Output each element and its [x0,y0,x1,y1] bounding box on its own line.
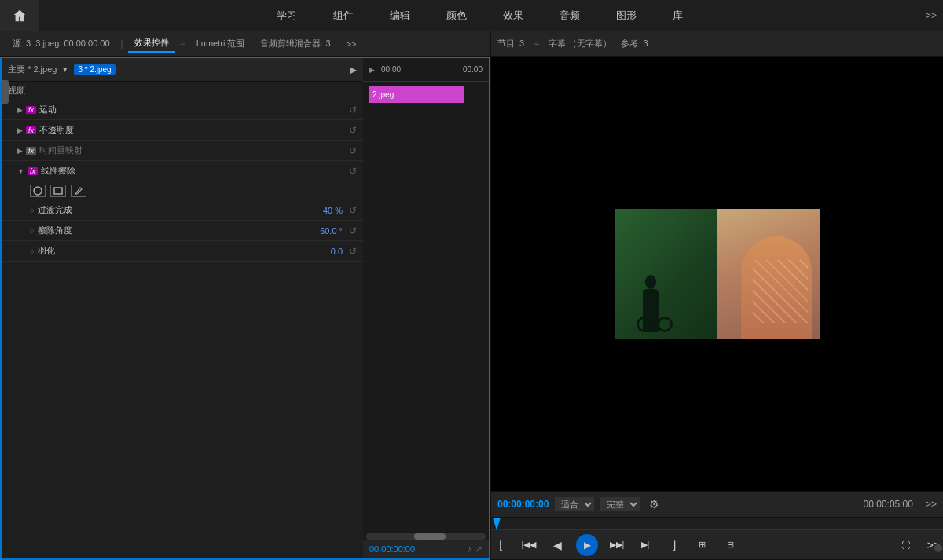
tab-effect-controls[interactable]: 效果控件 [128,35,175,53]
transition-name[interactable]: 过渡完成 [38,204,323,216]
step-back-btn[interactable]: ◀ [548,539,567,551]
transition-value[interactable]: 40 % [323,206,343,215]
opacity-expand[interactable]: ▶ [17,126,23,134]
nav-more[interactable]: >> [919,10,943,21]
feather-name[interactable]: 羽化 [38,245,331,257]
mark-out-btn[interactable]: ⌋ [664,539,683,551]
fit-dropdown[interactable]: 适合 [555,497,594,511]
linewipe-name[interactable]: 线性擦除 [41,165,349,177]
tab-more[interactable]: >> [340,37,363,51]
preview-controls: 00:00:00:00 适合 完整 ⚙ 00:00:05:00 >> [491,491,943,518]
left-panel: 源: 3: 3.jpeg: 00:00:00:00 | 效果控件 ≡ Lumet… [0,31,491,560]
pen-shape-btn[interactable] [71,185,86,197]
preview-time-end: 00:00:05:00 [864,499,913,510]
quality-dropdown[interactable]: 完整 [600,497,640,511]
linewipe-reset[interactable]: ↺ [349,166,357,177]
tab-program[interactable]: 节目: 3 [497,38,524,49]
nav-edit[interactable]: 编辑 [383,5,416,26]
preview-tabs: 节目: 3 ≡ 字幕:（无字幕） 参考: 3 [491,31,943,57]
linewipe-fx-badge: fx [28,167,38,175]
step-fwd-btn[interactable]: ▶▶| [607,540,626,550]
video-section-label: 视频 [2,82,363,100]
nav-color[interactable]: 颜色 [440,5,473,26]
effect-timeline-footer: 00:00:00:00 ♪ ↗ [363,540,489,558]
wipe-angle-reset[interactable]: ↺ [349,225,357,236]
export-preview-icon[interactable]: >> [926,499,937,510]
preview-menu-icon[interactable]: ≡ [534,38,539,49]
nav-learn[interactable]: 学习 [270,5,303,26]
home-button[interactable] [0,0,39,31]
effect-arrow[interactable]: ▾ [63,64,68,75]
motion-row: ▶ fx 运动 ↺ [2,100,363,120]
svg-point-0 [34,187,42,195]
timemap-expand[interactable]: ▶ [17,147,23,155]
feather-circle: ○ [30,247,38,255]
timemap-reset[interactable]: ↺ [349,145,357,156]
preview-scrubber[interactable] [491,518,943,530]
motion-reset[interactable]: ↺ [349,104,357,115]
nav-audio[interactable]: 音频 [553,5,586,26]
preview-image [615,209,820,339]
overwrite-btn[interactable]: ⊟ [721,540,739,550]
export-icon[interactable]: ↗ [475,544,483,555]
effect-header: 主要 * 2.jpeg ▾ 3 * 2.jpeg ▶ [2,58,363,82]
effect-badge: 3 * 2.jpeg [74,64,115,75]
preview-area [491,57,943,491]
top-navigation: 学习 组件 编辑 颜色 效果 音频 图形 库 >> [0,0,943,31]
motion-fx-badge: fx [26,106,36,114]
wipe-angle-name[interactable]: 擦除角度 [38,225,320,236]
shape-buttons [2,181,363,200]
prev-edit-btn[interactable]: |◀◀ [519,540,538,550]
wipe-angle-row: ○ 擦除角度 60.0 ° ↺ [2,221,363,241]
nav-library[interactable]: 库 [666,5,689,26]
next-edit-btn[interactable]: ▶| [636,540,655,550]
motion-name[interactable]: 运动 [39,104,349,115]
timeline-time-start: 00:00 [381,65,401,74]
tab-captions[interactable]: 字幕:（无字幕） [549,38,611,49]
ellipse-shape-btn[interactable] [30,185,46,197]
expand-right-icon[interactable]: ▶ [350,64,357,75]
panel-tabs: 源: 3: 3.jpeg: 00:00:00:00 | 效果控件 ≡ Lumet… [0,31,490,57]
transition-reset[interactable]: ↺ [349,205,357,216]
angle-circle: ○ [30,227,38,235]
fullscreen-btn[interactable]: ⛶ [896,540,915,550]
audio-icon[interactable]: ♪ [467,544,472,555]
current-time-display: 00:00:00:00 [369,544,415,554]
effect-timeline-header: ▶ 00:00 00:00 [363,58,489,82]
feather-reset[interactable]: ↺ [349,246,357,257]
timemap-row: ▶ fx 时间重映射 ↺ [2,141,363,161]
main-area: 源: 3: 3.jpeg: 00:00:00:00 | 效果控件 ≡ Lumet… [0,31,943,560]
wipe-angle-value[interactable]: 60.0 ° [320,226,343,236]
effect-controls: 主要 * 2.jpeg ▾ 3 * 2.jpeg ▶ 视频 ▶ fx 运动 ↺ … [2,58,363,558]
tab-reference[interactable]: 参考: 3 [621,38,648,49]
right-panel: 节目: 3 ≡ 字幕:（无字幕） 参考: 3 [491,31,943,560]
transition-circle: ○ [30,207,38,214]
opacity-name[interactable]: 不透明度 [39,124,349,136]
effect-timeline-scrollbar[interactable] [366,533,486,540]
preview-time-current: 00:00:00:00 [497,499,549,510]
nav-component[interactable]: 组件 [327,5,360,26]
opacity-reset[interactable]: ↺ [349,125,357,136]
linewipe-row: ▼ fx 线性擦除 ↺ [2,161,363,181]
tab-source[interactable]: 源: 3: 3.jpeg: 00:00:00:00 [6,35,116,52]
effect-timeline: ▶ 00:00 00:00 2.jpeg 00:00:00:00 ♪ ↗ [363,58,489,558]
timeline-time-end: 00:00 [463,65,483,74]
rect-shape-btn[interactable] [50,185,66,197]
playback-controls: ⌊ |◀◀ ◀ ▶ ▶▶| ▶| ⌋ ⊞ ⊟ ⛶ >> [491,530,943,560]
timemap-name[interactable]: 时间重映射 [39,145,349,156]
insert-btn[interactable]: ⊞ [692,540,711,550]
tab-lumetri[interactable]: Lumetri 范围 [190,35,251,52]
motion-expand[interactable]: ▶ [17,106,23,114]
tab-audio-mixer[interactable]: 音频剪辑混合器: 3 [254,35,336,52]
nav-graphics[interactable]: 图形 [610,5,643,26]
timemap-fx-badge: fx [26,147,36,155]
settings-icon[interactable]: ⚙ [649,498,659,511]
effect-timeline-clip[interactable]: 2.jpeg [369,86,464,103]
play-btn[interactable]: ▶ [576,534,598,556]
mark-in-btn[interactable]: ⌊ [491,539,510,551]
feather-value[interactable]: 0.0 [331,247,343,256]
timeline-expand[interactable]: ▶ [369,66,375,74]
nav-items: 学习 组件 编辑 颜色 效果 音频 图形 库 [39,5,919,26]
nav-effects[interactable]: 效果 [497,5,530,26]
linewipe-expand[interactable]: ▼ [17,167,24,175]
